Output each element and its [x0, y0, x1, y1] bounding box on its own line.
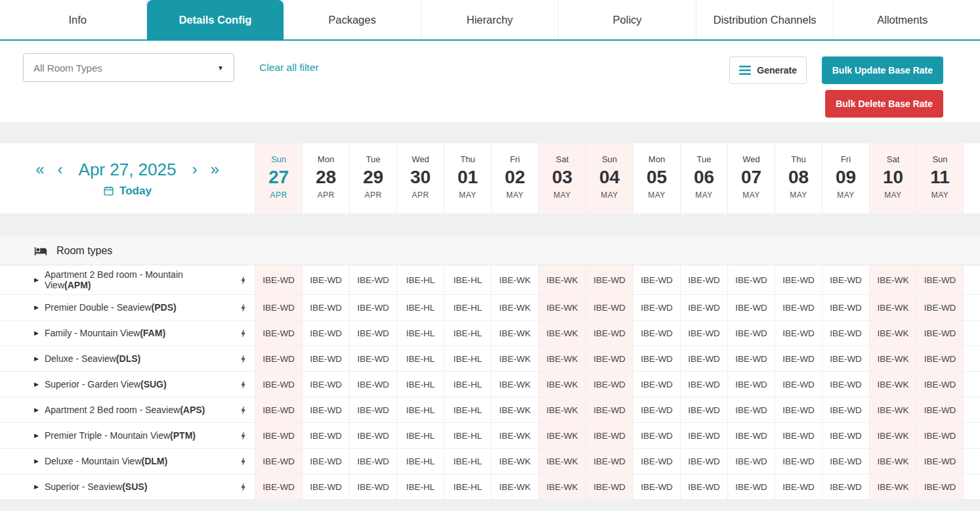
- rate-plan-cell[interactable]: IBE-HL: [396, 449, 444, 474]
- rate-plan-cell[interactable]: IBE-WD: [302, 449, 349, 474]
- day-column-tue-06[interactable]: Tue06MAY: [680, 143, 727, 213]
- rate-plan-cell[interactable]: IBE-WK: [538, 474, 586, 499]
- rate-plan-cell[interactable]: IBE-WK: [538, 321, 586, 345]
- rate-plan-cell[interactable]: IBE-WD: [727, 372, 775, 397]
- rate-plan-cell[interactable]: IBE-WD: [586, 397, 633, 422]
- rate-plan-cell[interactable]: IBE-WD: [775, 346, 822, 371]
- rate-plan-cell[interactable]: IBE-WD: [255, 372, 302, 397]
- rate-plan-cell[interactable]: IBE-WD: [680, 265, 727, 294]
- tab-details-config[interactable]: Details Config: [147, 0, 284, 39]
- rate-plan-cell[interactable]: IBE-WD: [680, 449, 727, 474]
- room-name-cell[interactable]: ▶Deluxe - Seaview(DLS): [0, 346, 231, 371]
- expand-arrow-icon[interactable]: ▶: [34, 432, 39, 439]
- rate-plan-cell[interactable]: IBE-WK: [869, 372, 916, 397]
- rate-plan-cell[interactable]: IBE-WK: [491, 423, 538, 448]
- rate-plan-cell[interactable]: IBE-WD: [916, 449, 964, 474]
- rate-plan-cell[interactable]: IBE-WK: [869, 346, 916, 371]
- rate-plan-cell[interactable]: IBE-WD: [633, 372, 680, 397]
- rate-plan-cell[interactable]: IBE-WD: [822, 346, 869, 371]
- rate-plan-cell[interactable]: IBE-WD: [727, 449, 775, 474]
- rate-plan-cell[interactable]: IBE-WD: [916, 372, 964, 397]
- rate-plan-cell[interactable]: IBE-WD: [349, 449, 396, 474]
- rate-plan-cell[interactable]: IBE-WD: [302, 295, 349, 320]
- expand-arrow-icon[interactable]: ▶: [34, 355, 39, 362]
- rate-plan-cell[interactable]: IBE-HL: [396, 372, 444, 397]
- rate-plan-cell[interactable]: IBE-WD: [349, 474, 396, 499]
- rate-plan-cell[interactable]: IBE-WD: [302, 321, 349, 345]
- expand-arrow-icon[interactable]: ▶: [34, 277, 39, 283]
- expand-arrow-icon[interactable]: ▶: [34, 304, 39, 311]
- rate-plan-cell[interactable]: IBE-HL: [444, 265, 491, 294]
- rate-plan-cell[interactable]: IBE-WD: [586, 372, 633, 397]
- rate-plan-cell[interactable]: IBE-WD: [727, 474, 775, 499]
- flash-icon[interactable]: [231, 346, 255, 371]
- rate-plan-cell[interactable]: IBE-WD: [349, 423, 396, 448]
- rate-plan-cell[interactable]: IBE-WD: [822, 474, 869, 499]
- rate-plan-cell[interactable]: IBE-WD: [775, 265, 822, 294]
- rate-plan-cell[interactable]: IBE-WD: [349, 346, 396, 371]
- rate-plan-cell[interactable]: IBE-WD: [302, 372, 349, 397]
- room-type-filter[interactable]: All Room Types ▼: [23, 53, 234, 82]
- rate-plan-cell[interactable]: IBE-WK: [538, 295, 586, 320]
- day-column-mon-05[interactable]: Mon05MAY: [633, 143, 680, 213]
- rate-plan-cell[interactable]: IBE-WD: [680, 295, 727, 320]
- rate-plan-cell[interactable]: IBE-HL: [444, 397, 491, 422]
- tab-policy[interactable]: Policy: [559, 0, 696, 39]
- tab-distribution-channels[interactable]: Distribution Channels: [696, 0, 834, 39]
- day-column-sat-03[interactable]: Sat03MAY: [538, 143, 586, 213]
- rate-plan-cell[interactable]: IBE-WK: [538, 372, 586, 397]
- room-name-cell[interactable]: ▶Deluxe - Mountain View(DLM): [0, 449, 231, 474]
- day-column-sun-27[interactable]: Sun27APR: [255, 143, 302, 213]
- rate-plan-cell[interactable]: IBE-WD: [727, 265, 775, 294]
- day-column-fri-02[interactable]: Fri02MAY: [491, 143, 538, 213]
- day-column-sun-04[interactable]: Sun04MAY: [586, 143, 633, 213]
- rate-plan-cell[interactable]: IBE-WD: [255, 474, 302, 499]
- rate-plan-cell[interactable]: IBE-WD: [775, 474, 822, 499]
- generate-button[interactable]: Generate: [729, 56, 807, 84]
- room-name-cell[interactable]: ▶Apartment 2 Bed room - Seaview(APS): [0, 397, 231, 422]
- rate-plan-cell[interactable]: IBE-WD: [302, 474, 349, 499]
- rate-plan-cell[interactable]: IBE-HL: [444, 449, 491, 474]
- rate-plan-cell[interactable]: IBE-WK: [869, 449, 916, 474]
- rate-plan-cell[interactable]: IBE-WD: [775, 295, 822, 320]
- rate-plan-cell[interactable]: IBE-WD: [633, 295, 680, 320]
- tab-packages[interactable]: Packages: [284, 0, 421, 39]
- rate-plan-cell[interactable]: IBE-WD: [775, 397, 822, 422]
- rate-plan-cell[interactable]: IBE-WD: [822, 372, 869, 397]
- day-column-wed-07[interactable]: Wed07MAY: [727, 143, 775, 213]
- rate-plan-cell[interactable]: IBE-WK: [869, 397, 916, 422]
- rate-plan-cell[interactable]: IBE-WD: [822, 295, 869, 320]
- tab-info[interactable]: Info: [9, 0, 147, 39]
- rate-plan-cell[interactable]: IBE-WD: [586, 449, 633, 474]
- bulk-update-base-rate-button[interactable]: Bulk Update Base Rate: [822, 56, 943, 84]
- day-column-fri-09[interactable]: Fri09MAY: [822, 143, 869, 213]
- rate-plan-cell[interactable]: IBE-WK: [491, 372, 538, 397]
- rate-plan-cell[interactable]: IBE-WD: [633, 397, 680, 422]
- day-column-thu-08[interactable]: Thu08MAY: [775, 143, 822, 213]
- expand-arrow-icon[interactable]: ▶: [34, 330, 39, 336]
- today-button[interactable]: Today: [103, 185, 152, 198]
- bulk-delete-base-rate-button[interactable]: Bulk Delete Base Rate: [825, 90, 943, 118]
- rate-plan-cell[interactable]: IBE-WD: [349, 321, 396, 345]
- room-name-cell[interactable]: ▶Premier Double - Seaview(PDS): [0, 295, 231, 320]
- next-icon[interactable]: ›: [192, 162, 197, 177]
- rate-plan-cell[interactable]: IBE-WD: [916, 295, 964, 320]
- rate-plan-cell[interactable]: IBE-HL: [444, 474, 491, 499]
- rate-plan-cell[interactable]: IBE-WD: [302, 346, 349, 371]
- rate-plan-cell[interactable]: IBE-WD: [727, 423, 775, 448]
- rate-plan-cell[interactable]: IBE-WD: [822, 423, 869, 448]
- rate-plan-cell[interactable]: IBE-HL: [444, 423, 491, 448]
- rate-plan-cell[interactable]: IBE-WD: [633, 265, 680, 294]
- rate-plan-cell[interactable]: IBE-WD: [916, 397, 964, 422]
- rate-plan-cell[interactable]: IBE-WK: [869, 474, 916, 499]
- rate-plan-cell[interactable]: IBE-WD: [255, 346, 302, 371]
- day-column-sat-10[interactable]: Sat10MAY: [869, 143, 916, 213]
- rate-plan-cell[interactable]: IBE-WD: [822, 321, 869, 345]
- first-page-icon[interactable]: «: [35, 162, 44, 177]
- rate-plan-cell[interactable]: IBE-WD: [255, 423, 302, 448]
- rate-plan-cell[interactable]: IBE-WK: [491, 449, 538, 474]
- room-name-cell[interactable]: ▶Family - Mountain View(FAM): [0, 321, 231, 345]
- rate-plan-cell[interactable]: IBE-WK: [491, 321, 538, 345]
- rate-plan-cell[interactable]: IBE-HL: [396, 346, 444, 371]
- room-name-cell[interactable]: ▶Superior - Garden View(SUG): [0, 372, 231, 397]
